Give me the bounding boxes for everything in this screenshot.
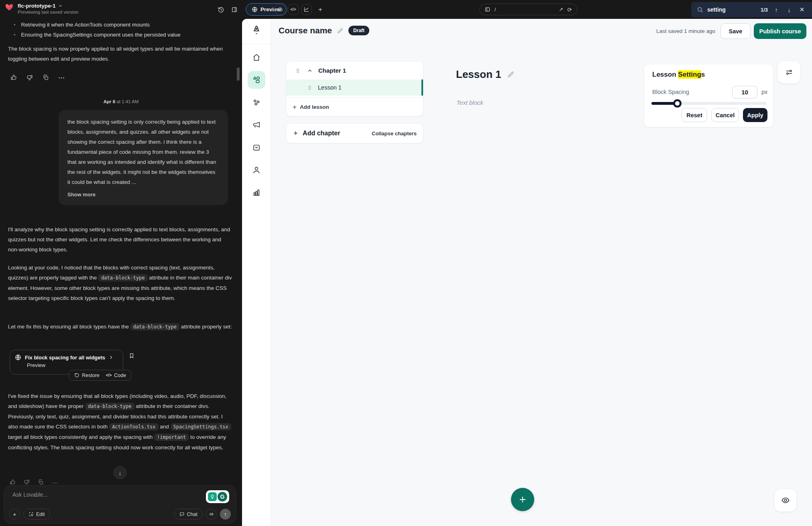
cloud-button[interactable] — [275, 4, 285, 15]
top-bar: flc-prototype-1 Previewing last saved ve… — [0, 0, 812, 19]
code-button[interactable]: </> Code — [106, 373, 126, 378]
find-query[interactable]: setting — [707, 6, 757, 13]
blocks-icon — [252, 75, 261, 84]
sidebar-item-home[interactable] — [248, 49, 265, 66]
thumbs-down-icon[interactable] — [26, 73, 34, 82]
add-chapter-card: + Add chapter Collapse chapters — [286, 123, 423, 143]
drag-handle-icon[interactable] — [307, 85, 312, 90]
add-lesson-button[interactable]: + Add lesson — [286, 98, 423, 116]
megaphone-icon — [252, 120, 261, 129]
sidebar-item-integrations[interactable] — [248, 94, 265, 111]
find-match-count: 1/3 — [761, 7, 768, 13]
eye-icon — [781, 496, 790, 505]
drag-handle-icon[interactable] — [295, 68, 301, 73]
save-button[interactable]: Save — [720, 23, 751, 39]
edit-label: Edit — [36, 512, 45, 517]
chapter-header[interactable]: Chapter 1 — [286, 61, 423, 80]
add-block-button[interactable] — [511, 488, 534, 511]
sidebar-item-analytics[interactable] — [248, 183, 265, 201]
version-actions-pill: Restore </> Code — [69, 370, 131, 381]
spacing-value-input[interactable]: 10 — [732, 86, 757, 98]
assistant-paragraph: Let me fix this by ensuring all block ty… — [8, 322, 233, 332]
chevron-down-icon — [58, 4, 63, 8]
scroll-to-bottom-button[interactable]: ↓ — [114, 466, 126, 479]
find-close-icon[interactable]: ✕ — [798, 5, 806, 14]
sidebar-item-announcements[interactable] — [248, 116, 265, 134]
project-name: flc-prototype-1 — [18, 3, 56, 9]
lightbulb-icon — [208, 492, 217, 501]
cancel-button[interactable]: Cancel — [711, 108, 739, 122]
history-icon[interactable] — [216, 5, 226, 14]
pencil-icon[interactable] — [337, 27, 344, 34]
add-chapter-button[interactable]: Add chapter — [303, 130, 340, 137]
chat-input[interactable]: Ask Lovable... G + Edit Chat ↑ — [4, 485, 236, 524]
spacing-slider[interactable] — [651, 102, 766, 105]
attach-button[interactable]: + — [9, 509, 20, 520]
analytics-button[interactable] — [301, 4, 312, 15]
url-bar[interactable]: / ↗ ⟳ — [479, 4, 577, 15]
collapse-chapters-button[interactable]: Collapse chapters — [372, 130, 417, 137]
chart-line-icon — [303, 6, 309, 12]
reset-button[interactable]: Reset — [682, 108, 707, 122]
more-options-icon[interactable]: ⋯ — [58, 73, 66, 82]
grammarly-widget[interactable]: G — [206, 490, 229, 503]
nodes-icon — [252, 98, 261, 107]
sidebar-item-course-builder[interactable] — [248, 71, 265, 89]
chat-panel: •Retrieving it when the ActionTools comp… — [0, 19, 242, 526]
show-more-link[interactable]: Show more — [67, 190, 219, 200]
status-badge: Draft — [348, 26, 369, 35]
find-highlight: Setting — [678, 70, 701, 79]
version-card-title: Fix block spacing for all widgets — [25, 355, 105, 361]
course-header: Course name Draft — [279, 26, 369, 35]
inline-code: SpacingSettings.tsx — [171, 423, 231, 430]
home-icon — [252, 53, 261, 62]
slider-thumb[interactable] — [673, 99, 682, 108]
lesson-settings-panel: Lesson Settings Block Spacing 10 px Rese… — [644, 64, 773, 127]
chevron-right-icon — [109, 355, 114, 360]
sidebar-item-store[interactable] — [248, 139, 265, 156]
copy-icon[interactable] — [42, 73, 50, 82]
course-title: Course name — [279, 26, 332, 35]
user-icon — [252, 165, 261, 174]
code-icon: </> — [290, 7, 296, 12]
lesson-item-label: Lesson 1 — [318, 84, 342, 91]
panel-title: Lesson Settings — [652, 71, 705, 79]
edit-mode-button[interactable]: Edit — [23, 509, 50, 520]
code-icon: </> — [106, 373, 112, 377]
restore-button[interactable]: Restore — [74, 373, 100, 378]
chat-label: Chat — [187, 512, 197, 517]
message-timestamp: Apr 8 at 1:41 AM — [0, 99, 242, 104]
bookmark-icon[interactable] — [128, 353, 135, 359]
bullet-list: •Retrieving it when the ActionTools comp… — [9, 20, 230, 40]
text-block-placeholder[interactable]: Text block — [456, 99, 483, 106]
code-button[interactable]: </> — [288, 4, 299, 15]
chapter-title: Chapter 1 — [318, 67, 346, 74]
rocket-icon[interactable] — [251, 25, 262, 35]
lesson-row[interactable]: Lesson 1 — [286, 80, 423, 96]
send-button[interactable]: ↑ — [220, 509, 231, 520]
globe-icon — [252, 6, 258, 12]
find-next-icon[interactable]: ↓ — [785, 5, 794, 14]
refresh-icon[interactable]: ⟳ — [567, 6, 572, 13]
inline-code: data-block-type — [98, 274, 147, 281]
apply-button[interactable]: Apply — [743, 108, 767, 122]
chat-mode-button[interactable]: Chat — [174, 509, 203, 520]
sliders-icon — [785, 68, 793, 76]
url-path: / — [495, 6, 496, 12]
open-external-icon[interactable]: ↗ — [559, 6, 563, 12]
preview-mode-button[interactable] — [775, 489, 796, 512]
project-menu[interactable]: flc-prototype-1 — [18, 3, 79, 9]
voice-input-button[interactable] — [206, 509, 217, 520]
sidebar-item-people[interactable] — [248, 161, 265, 179]
settings-toggle-button[interactable] — [778, 61, 800, 84]
find-previous-icon[interactable]: ↑ — [772, 5, 781, 14]
panel-toggle-icon[interactable] — [230, 5, 239, 14]
plus-icon: + — [293, 103, 297, 111]
thumbs-up-icon[interactable] — [10, 73, 18, 82]
publish-course-button[interactable]: Publish course — [754, 23, 806, 39]
add-tab-icon[interactable]: + — [315, 5, 325, 14]
divider — [242, 44, 271, 44]
chevron-up-icon[interactable] — [307, 68, 313, 73]
pencil-icon[interactable] — [507, 71, 515, 78]
chat-scrollbar[interactable] — [237, 67, 240, 81]
